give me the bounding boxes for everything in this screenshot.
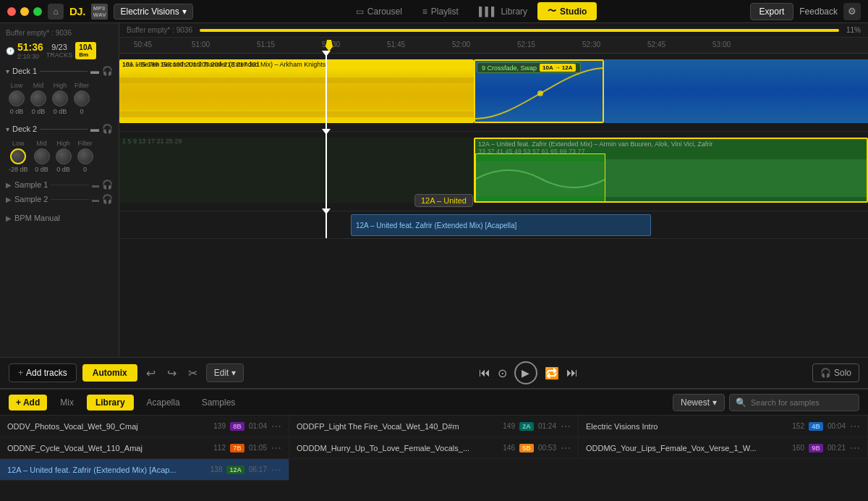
tab-studio[interactable]: 〜 Studio <box>537 2 597 20</box>
deck1-crossfade-block[interactable]: 9 Crossfade, Swap 10A → 12A <box>474 59 604 123</box>
playlist-icon: ≡ <box>422 7 427 17</box>
sample-duration: 01:05 <box>249 444 267 452</box>
sample-duration: 01:24 <box>538 422 556 430</box>
sample-duration: 00:21 <box>827 444 846 452</box>
skip-to-end-button[interactable]: ⏭ <box>566 366 578 379</box>
tab-playlist[interactable]: ≡ Playlist <box>412 2 469 20</box>
deck1-high-knob[interactable] <box>52 90 68 106</box>
tab-library[interactable]: ▌▌▌ Library <box>469 2 537 20</box>
sample-more-button[interactable]: ⋯ <box>561 442 571 454</box>
search-box[interactable]: 🔍 <box>729 394 859 411</box>
deck1-tail-block[interactable] <box>604 59 868 123</box>
sample-block[interactable]: 12A – United feat. Zafrir (Extended Mix)… <box>351 214 651 236</box>
bpm-row[interactable]: ▶ BPM Manual <box>0 211 119 225</box>
deck1-knobs: Low 0 dB Mid 0 dB High 0 dB Filter 0 <box>0 79 119 117</box>
sample-name: ODDDM_Hurry_Up_To_Love_Female_Vocals_... <box>297 444 490 452</box>
export-button[interactable]: Export <box>750 3 794 20</box>
project-name-selector[interactable]: Electric Visions ▾ <box>114 4 192 20</box>
deck2-headphone-icon[interactable]: 🎧 <box>102 124 113 134</box>
solo-button[interactable]: 🎧 Solo <box>812 363 859 382</box>
deck2-lane: 1 5 9 13 17 21 25 29 12A – United feat. … <box>119 132 868 211</box>
sample-name: 12A – United feat. Zafrir (Extended Mix)… <box>7 466 197 474</box>
home-button[interactable]: ⌂ <box>48 4 64 20</box>
buffer-info: Buffer empty* : 9036 <box>0 28 119 38</box>
sample2-row[interactable]: ▶ Sample 2 ▬ 🎧 <box>0 192 119 206</box>
deck2-row[interactable]: ▾ Deck 2 ▬ 🎧 <box>0 121 119 137</box>
sample2-label: Sample 2 <box>14 195 48 203</box>
sample-item[interactable]: ODDV_Photos_Vocal_Wet_90_Cmaj 139 8B 01:… <box>0 416 289 437</box>
play-button[interactable]: ▶ <box>514 361 537 384</box>
sample-bpm: 112 <box>205 444 226 452</box>
sample-item[interactable]: 12A – United feat. Zafrir (Extended Mix)… <box>0 459 289 481</box>
headphone-solo-icon: 🎧 <box>820 368 831 378</box>
deck2-high-knob[interactable] <box>56 148 72 164</box>
automix-button[interactable]: Automix <box>82 364 137 382</box>
edit-button[interactable]: Edit ▾ <box>206 363 244 382</box>
sample1-headphone-icon[interactable]: 🎧 <box>102 180 113 190</box>
close-window-btn[interactable] <box>7 7 16 16</box>
undo-button[interactable]: ↩ <box>143 365 158 382</box>
minimize-window-btn[interactable] <box>20 7 29 16</box>
library-icon: ▌▌▌ <box>479 7 498 17</box>
toolbar: + Add tracks Automix ↩ ↪ ✂ Edit ▾ ⏮ ⊙ ▶ … <box>0 357 868 389</box>
deck1-headphone-icon[interactable]: 🎧 <box>102 66 113 76</box>
deck2-pre-block[interactable]: 1 5 9 13 17 21 25 29 <box>119 138 474 203</box>
sample-more-button[interactable]: ⋯ <box>850 442 860 454</box>
maximize-window-btn[interactable] <box>33 7 42 16</box>
deck2-mid-knob[interactable] <box>34 148 50 164</box>
carousel-icon: ▭ <box>356 7 364 17</box>
sample-item[interactable]: ODDDM_Hurry_Up_To_Love_Female_Vocals_...… <box>289 437 579 459</box>
sample-item[interactable]: Electric Visions Intro 152 4B 00:04 ⋯ <box>579 416 868 437</box>
sample2-vol-icon[interactable]: ▬ <box>92 195 99 203</box>
deck2-low-knob[interactable] <box>10 148 26 164</box>
sample1-row[interactable]: ▶ Sample 1 ▬ 🎧 <box>0 177 119 192</box>
deck1-mid-knob[interactable] <box>30 90 46 106</box>
deck2-volume-icon[interactable]: ▬ <box>90 124 99 134</box>
deck2-waveform[interactable]: 12A – United feat. Zafrir (Extended Mix)… <box>474 138 868 203</box>
sample-more-button[interactable]: ⋯ <box>850 421 860 432</box>
add-tracks-button[interactable]: + Add tracks <box>9 363 77 382</box>
sort-button[interactable]: Newest ▾ <box>673 394 725 411</box>
sample-item[interactable]: ODDFP_Light The Fire_Vocal_Wet_140_D#m 1… <box>289 416 579 437</box>
add-button[interactable]: + Add <box>9 395 47 411</box>
skip-to-start-button[interactable]: ⏮ <box>479 366 490 379</box>
cut-button[interactable]: ✂ <box>185 365 200 382</box>
deck1-row[interactable]: ▾ Deck 1 ▬ 🎧 <box>0 63 119 79</box>
tab-samples[interactable]: Samples <box>193 395 244 411</box>
sample-item[interactable]: ODDNF_Cycle_Vocal_Wet_110_Amaj 112 7B 01… <box>0 437 289 459</box>
tab-library-bottom[interactable]: Library <box>87 395 134 411</box>
sample2-headphone-icon[interactable]: 🎧 <box>102 194 113 204</box>
sample-name: ODDV_Photos_Vocal_Wet_90_Cmaj <box>7 422 201 431</box>
settings-button[interactable]: ⚙ <box>843 3 861 20</box>
deck1-low-knob[interactable] <box>9 90 25 106</box>
playhead <box>326 54 327 131</box>
deck2-filter-knob[interactable] <box>77 148 93 164</box>
svg-rect-0 <box>119 85 474 110</box>
loop-button[interactable]: 🔁 <box>545 366 559 380</box>
top-bar: ⌂ DJ. MP3WAV Electric Visions ▾ ▭ Carous… <box>0 0 868 23</box>
sample1-vol-icon[interactable]: ▬ <box>92 181 99 189</box>
deck1-filter-knob[interactable] <box>74 90 90 106</box>
deck1-label: Deck 1 <box>12 67 37 75</box>
sample-more-button[interactable]: ⋯ <box>271 464 281 476</box>
tab-acapella[interactable]: Acapella <box>138 395 189 411</box>
deck1-track-numbers: 181 185 189 193 197 201 205 209 213 217 … <box>122 61 260 68</box>
tracks-label: TRACKS <box>46 51 73 59</box>
deck1-waveform-yellow[interactable]: 181 185 189 193 197 201 205 209 213 217 … <box>119 59 474 123</box>
sample-duration: 00:53 <box>538 444 556 452</box>
project-name-label: Electric Visions <box>120 7 179 17</box>
redo-button[interactable]: ↪ <box>164 365 179 382</box>
sample-item[interactable]: ODDMG_Your_Lips_Female_Vox_Verse_1_W... … <box>579 437 868 459</box>
search-input[interactable] <box>751 398 845 407</box>
cue-button[interactable]: ⊙ <box>498 366 507 380</box>
deck1-mid-knob-group: Mid 0 dB <box>30 82 46 115</box>
sample-more-button[interactable]: ⋯ <box>271 442 281 454</box>
sample-key-chip: 12A <box>226 466 244 474</box>
tab-mix[interactable]: Mix <box>51 395 82 411</box>
deck1-volume-icon[interactable]: ▬ <box>90 66 99 76</box>
tab-carousel[interactable]: ▭ Carousel <box>346 2 412 20</box>
sample-more-button[interactable]: ⋯ <box>271 421 281 432</box>
sample-more-button[interactable]: ⋯ <box>561 421 571 432</box>
deck2-label: Deck 2 <box>12 125 37 133</box>
feedback-button[interactable]: Feedback <box>799 7 838 17</box>
